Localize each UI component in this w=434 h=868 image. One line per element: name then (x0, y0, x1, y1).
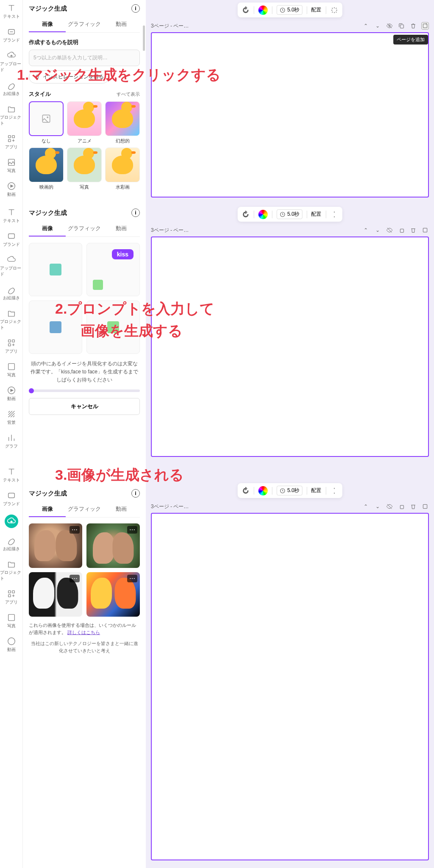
tab-graphic[interactable]: グラフィック (66, 17, 103, 32)
effects-icon[interactable] (330, 211, 338, 218)
svg-rect-9 (400, 25, 403, 28)
page-bar: 3ページ - ペー… ⌃ ⌄ (151, 22, 429, 30)
annotation-step2a: 2.プロンプトを入力して (55, 299, 214, 319)
cancel-button[interactable]: キャンセル (29, 398, 140, 415)
color-wheel[interactable] (259, 486, 268, 495)
info-icon[interactable]: i (131, 489, 140, 498)
sidebar-video[interactable]: 動画 (0, 386, 22, 402)
tab-image[interactable]: 画像 (29, 221, 66, 236)
svg-rect-21 (8, 591, 11, 593)
canvas-page[interactable] (151, 513, 429, 860)
color-wheel[interactable] (259, 6, 268, 15)
canvas-page[interactable] (151, 236, 429, 457)
sidebar-video[interactable]: 動画 (0, 637, 22, 653)
result-image-1[interactable]: ⋯ (29, 523, 82, 568)
arrange-button[interactable]: 配置 (311, 487, 321, 494)
visibility-icon[interactable] (386, 226, 393, 234)
sidebar-apps[interactable]: アプリ (0, 338, 22, 354)
panel-scrollbar[interactable] (143, 25, 145, 51)
left-sidebar: テキスト ブランド お絵描き プロジェクト アプリ 写真 動画 (0, 464, 23, 868)
page-down-icon[interactable]: ⌄ (374, 226, 381, 234)
page-down-icon[interactable]: ⌄ (374, 503, 381, 510)
sidebar-apps[interactable]: アプリ (0, 134, 22, 150)
arrange-button[interactable]: 配置 (311, 211, 321, 218)
rules-link[interactable]: 詳しくはこちら (67, 630, 100, 635)
sidebar-photo[interactable]: 写真 (0, 613, 22, 629)
tab-image[interactable]: 画像 (29, 502, 66, 517)
tab-video[interactable]: 動画 (103, 502, 140, 517)
arrange-button[interactable]: 配置 (311, 6, 321, 14)
sidebar-upload[interactable]: アップロード (0, 255, 22, 277)
sidebar-photo[interactable]: 写真 (0, 158, 22, 174)
style-movie[interactable] (29, 147, 64, 182)
add-page-icon[interactable] (421, 22, 429, 30)
canvas-page[interactable] (151, 32, 429, 198)
view-all-link[interactable]: すべて表示 (117, 91, 140, 97)
generating-slot-1 (29, 243, 82, 296)
animate-icon[interactable] (242, 6, 250, 14)
style-photo[interactable] (67, 147, 102, 182)
sidebar-graph[interactable]: グラフ (0, 433, 22, 449)
page-down-icon[interactable]: ⌄ (374, 22, 381, 30)
effects-icon[interactable] (330, 487, 338, 495)
svg-rect-28 (423, 504, 427, 508)
tab-video[interactable]: 動画 (103, 17, 140, 32)
style-anime[interactable] (67, 101, 102, 136)
tab-graphic[interactable]: グラフィック (66, 221, 103, 236)
page-up-icon[interactable]: ⌃ (362, 22, 370, 30)
sidebar-project[interactable]: プロジェクト (0, 104, 22, 126)
style-fantasy[interactable] (105, 101, 140, 136)
sidebar-project[interactable]: プロジェクト (0, 309, 22, 331)
sidebar-brand[interactable]: ブランド (0, 491, 22, 507)
sidebar-video[interactable]: 動画 (0, 181, 22, 198)
tab-image[interactable]: 画像 (29, 17, 66, 32)
tab-graphic[interactable]: グラフィック (66, 502, 103, 517)
sidebar-bg[interactable]: 背景 (0, 409, 22, 426)
visibility-icon[interactable] (386, 22, 393, 30)
duration-control[interactable]: 5.0秒 (277, 5, 303, 15)
add-page-icon[interactable] (421, 226, 429, 234)
sidebar-text[interactable]: テキスト (0, 208, 22, 224)
duplicate-icon[interactable] (398, 22, 405, 30)
prompt-input[interactable]: 5つ以上の単語を入力して説明… (29, 50, 140, 66)
sidebar-text[interactable]: テキスト (0, 467, 22, 483)
sidebar-draw[interactable]: お絵描き (0, 536, 22, 552)
delete-icon[interactable] (409, 503, 417, 510)
duplicate-icon[interactable] (398, 503, 405, 510)
tab-video[interactable]: 動画 (103, 221, 140, 236)
sidebar-brand[interactable]: ブランド (0, 27, 22, 43)
effects-icon[interactable] (330, 6, 338, 14)
style-none[interactable] (29, 101, 64, 136)
info-icon[interactable]: i (131, 209, 140, 217)
sidebar-brand[interactable]: ブランド (0, 231, 22, 248)
delete-icon[interactable] (409, 226, 417, 234)
delete-icon[interactable] (409, 22, 417, 30)
sidebar-draw[interactable]: お絵描き (0, 285, 22, 301)
result-image-3[interactable]: ⋯ (29, 572, 82, 617)
style-water[interactable] (105, 147, 140, 182)
visibility-icon[interactable] (386, 503, 393, 510)
page-up-icon[interactable]: ⌃ (362, 226, 370, 234)
animate-icon[interactable] (242, 487, 250, 495)
more-icon[interactable]: ⋯ (127, 575, 137, 582)
progress-bar[interactable] (29, 389, 140, 392)
sidebar-apps[interactable]: アプリ (0, 589, 22, 605)
sidebar-text[interactable]: テキスト (0, 3, 22, 19)
page-up-icon[interactable]: ⌃ (362, 503, 370, 510)
more-icon[interactable]: ⋯ (70, 575, 80, 582)
result-image-2[interactable]: ⋯ (86, 523, 140, 568)
animate-icon[interactable] (242, 211, 250, 218)
sidebar-project[interactable]: プロジェクト (0, 559, 22, 581)
info-icon[interactable]: i (131, 4, 140, 13)
sidebar-upload[interactable] (0, 515, 22, 528)
more-icon[interactable]: ⋯ (70, 526, 80, 534)
sidebar-photo[interactable]: 写真 (0, 362, 22, 378)
duration-control[interactable]: 5.0秒 (277, 209, 303, 219)
result-image-4[interactable]: ⋯ (86, 572, 140, 617)
annotation-step3: 3.画像が生成される (55, 465, 184, 485)
duration-control[interactable]: 5.0秒 (277, 486, 303, 495)
duplicate-icon[interactable] (398, 226, 405, 234)
more-icon[interactable]: ⋯ (127, 526, 137, 534)
add-page-icon[interactable] (421, 503, 429, 510)
color-wheel[interactable] (259, 210, 268, 219)
